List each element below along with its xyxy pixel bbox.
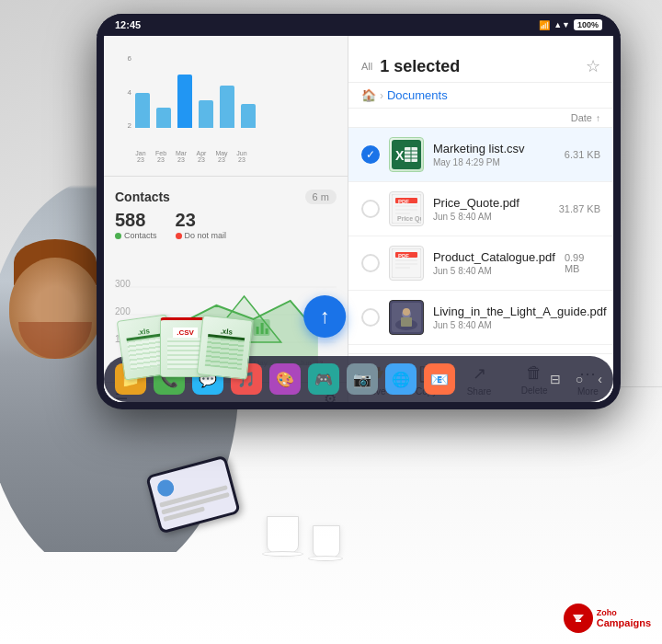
status-time: 12:45 [115,19,141,30]
svg-text:300: 300 [115,279,131,289]
contacts-section: Contacts 6 m 588 Contacts 23 [104,182,348,251]
breadcrumb-separator: › [380,89,383,102]
upload-fab[interactable]: ↑ [303,295,346,338]
cup-1 [267,516,303,557]
contacts-stats: 588 Contacts 23 Do not mail [115,210,337,240]
device-screen: 6 4 2 Jan23 Feb23 [104,21,613,402]
status-bar: 12:45 📶 ▲▼ 100% [97,14,621,36]
x-label-jun: Jun23 [234,150,249,163]
nav-recent-icon[interactable]: ⊟ [550,372,561,386]
file-list: ✓ X Marketing list.csv [348,128,613,353]
y-label-6: 6 [128,54,131,63]
svg-rect-10 [261,323,264,334]
dock-app-camera[interactable]: 📷 [347,363,378,395]
cup-body-1 [267,516,299,553]
svg-rect-33 [395,259,417,261]
file-checkbox-2[interactable] [361,200,380,218]
zoho-product: Campaigns [597,617,651,628]
zoho-campaigns-logo: Zoho Campaigns [564,604,651,633]
divider-1 [104,176,348,177]
file-name-4: Living_in_the_Light_A_guide.pdf [433,305,607,318]
file-info-3: Product_Catalogue.pdf Jun 5 8:40 AM [433,250,555,276]
do-not-mail-label-text: Do not mail [185,231,227,240]
file-info-1: Marketing list.csv May 18 4:29 PM [433,142,555,167]
file-checkbox-1[interactable]: ✓ [361,145,380,164]
svg-text:PDF: PDF [398,253,409,259]
battery-icon: 100% [574,19,602,30]
wifi-icon: 📶 [539,20,550,30]
y-label-4: 4 [128,88,131,97]
bar-jan [135,93,150,128]
dock-app-browser[interactable]: 🌐 [385,363,417,395]
file-item-3[interactable]: PDF Product_Catalogue.pdf Jun 5 8:40 AM … [348,236,613,291]
zoho-brand: Zoho [597,608,651,617]
all-button[interactable]: All [361,61,372,72]
bar-jun [241,104,256,128]
bar-may [220,86,234,128]
svg-rect-26 [395,205,417,207]
sort-label[interactable]: Date [571,112,592,123]
do-not-mail-stat: 23 Do not mail [176,210,227,240]
do-not-mail-count: 23 [176,210,227,231]
x-label-feb: Feb23 [154,150,168,163]
svg-rect-42 [576,620,581,622]
contacts-stat: 588 Contacts [115,210,157,240]
svg-rect-35 [395,267,410,269]
x-labels: Jan23 Feb23 Mar23 Apr23 May23 Jun23 [115,150,337,163]
contacts-label-text: Contacts [124,231,157,240]
file-item-4[interactable]: Living_in_the_Light_A_guide.pdf Jun 5 8:… [348,291,613,345]
file-icon-xls2: .xls [197,315,253,379]
file-name-2: Price_Quote.pdf [433,196,550,210]
zoho-text: Zoho Campaigns [597,608,651,628]
sort-arrow[interactable]: ↑ [596,113,600,123]
nav-home-icon[interactable]: ○ [576,372,583,386]
status-icons: 📶 ▲▼ 100% [539,19,602,30]
star-button[interactable]: ☆ [586,56,600,76]
file-meta-4: Jun 5 8:40 AM [433,320,607,330]
file-thumb-4 [389,300,424,335]
bar-apr [199,100,213,128]
selected-count: 1 selected [380,57,460,76]
svg-rect-9 [257,327,259,334]
right-panel: All 1 selected ☆ 🏠 › Documents Date ↑ [348,21,613,402]
file-checkbox-3[interactable] [361,254,380,272]
nav-back-icon[interactable]: ‹ [598,372,602,386]
zoho-icon [564,604,593,633]
file-thumb-3: PDF [389,246,424,281]
main-device: 12:45 📶 ▲▼ 100% 6 4 2 [97,14,621,409]
y-label-2: 2 [128,121,131,130]
file-size-3: 0.99 MB [565,252,600,274]
file-item-1[interactable]: ✓ X Marketing list.csv [348,128,613,182]
file-thumb-2: PDF Price Quote [389,191,424,226]
cup-saucer-2 [308,556,343,561]
file-item-2[interactable]: PDF Price Quote Price_Quote.pdf Jun 5 8:… [348,182,613,236]
do-not-mail-label: Do not mail [176,231,227,240]
svg-point-39 [403,308,410,316]
svg-text:Price Quote: Price Quote [397,215,421,223]
svg-text:200: 200 [115,306,131,316]
file-checkbox-4[interactable] [361,308,380,327]
svg-text:X: X [395,148,405,163]
bar-feb [156,108,171,128]
x-label-may: May23 [214,150,229,163]
file-name-3: Product_Catalogue.pdf [433,250,555,264]
x-label-mar: Mar23 [174,150,188,163]
breadcrumb-home[interactable]: 🏠 [361,88,376,102]
cup-saucer-1 [262,551,303,557]
signal-icon: ▲▼ [554,20,570,29]
svg-rect-34 [395,263,417,265]
svg-rect-27 [395,209,417,211]
breadcrumb-current[interactable]: Documents [387,88,448,102]
file-meta-3: Jun 5 8:40 AM [433,266,555,276]
dock-app-games[interactable]: 🎮 [308,363,339,395]
cup-body-2 [313,525,340,558]
contacts-header: Contacts 6 m [115,190,337,204]
cup-2 [313,525,343,561]
contacts-count: 588 [115,210,157,231]
svg-rect-40 [401,317,412,327]
x-label-apr: Apr23 [194,150,209,163]
file-name-1: Marketing list.csv [433,142,555,155]
file-size-1: 6.31 KB [565,149,600,160]
dock-app-art[interactable]: 🎨 [269,363,301,395]
dock-app-email[interactable]: 📧 [424,363,455,395]
